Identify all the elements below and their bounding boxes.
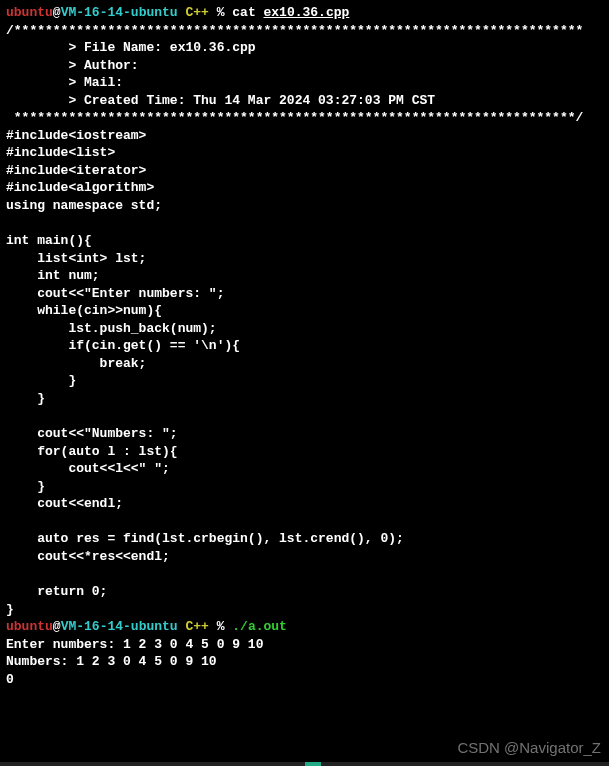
src-blank-3 (6, 408, 603, 426)
src-include-algorithm: #include<algorithm> (6, 179, 603, 197)
src-line: cout<<endl; (6, 495, 603, 513)
src-line: cout<<*res<<endl; (6, 548, 603, 566)
prompt-pct: % (209, 619, 232, 634)
src-border-top: /***************************************… (6, 22, 603, 40)
prompt-pct: % (209, 5, 232, 20)
watermark: CSDN @Navigator_Z (457, 738, 601, 758)
src-line: break; (6, 355, 603, 373)
src-line: } (6, 372, 603, 390)
src-line: if(cin.get() == '\n'){ (6, 337, 603, 355)
src-blank-5 (6, 566, 603, 584)
terminal-output: ubuntu@VM-16-14-ubuntu C++ % cat ex10.36… (6, 4, 603, 688)
src-line: cout<<"Numbers: "; (6, 425, 603, 443)
src-include-iostream: #include<iostream> (6, 127, 603, 145)
src-using: using namespace std; (6, 197, 603, 215)
src-line: int num; (6, 267, 603, 285)
prompt-at: @ (53, 619, 61, 634)
cmd-arg-filename: ex10.36.cpp (264, 5, 350, 20)
src-include-list: #include<list> (6, 144, 603, 162)
prompt-user: ubuntu (6, 619, 53, 634)
src-line: auto res = find(lst.crbegin(), lst.crend… (6, 530, 603, 548)
prompt-dir: C++ (178, 5, 209, 20)
prompt-host: VM-16-14-ubuntu (61, 619, 178, 634)
src-line: return 0; (6, 583, 603, 601)
output-result: 0 (6, 671, 603, 689)
src-line: } (6, 478, 603, 496)
src-line: } (6, 601, 603, 619)
prompt-user: ubuntu (6, 5, 53, 20)
output-numbers: Numbers: 1 2 3 0 4 5 0 9 10 (6, 653, 603, 671)
src-line: } (6, 390, 603, 408)
src-main-decl: int main(){ (6, 232, 603, 250)
cmd-cat: cat (232, 5, 263, 20)
src-meta-mail: > Mail: (6, 74, 603, 92)
src-include-iterator: #include<iterator> (6, 162, 603, 180)
src-line: list<int> lst; (6, 250, 603, 268)
src-line: while(cin>>num){ (6, 302, 603, 320)
src-line: cout<<"Enter numbers: "; (6, 285, 603, 303)
cursor-indicator (305, 762, 321, 766)
prompt-host: VM-16-14-ubuntu (61, 5, 178, 20)
prompt-dir: C++ (178, 619, 209, 634)
src-line: lst.push_back(num); (6, 320, 603, 338)
prompt-line-1[interactable]: ubuntu@VM-16-14-ubuntu C++ % cat ex10.36… (6, 4, 603, 22)
prompt-at: @ (53, 5, 61, 20)
src-meta-author: > Author: (6, 57, 603, 75)
src-blank-4 (6, 513, 603, 531)
output-enter-numbers: Enter numbers: 1 2 3 0 4 5 0 9 10 (6, 636, 603, 654)
src-meta-created: > Created Time: Thu 14 Mar 2024 03:27:03… (6, 92, 603, 110)
src-line: for(auto l : lst){ (6, 443, 603, 461)
src-line: cout<<l<<" "; (6, 460, 603, 478)
cmd-run: ./a.out (232, 619, 287, 634)
src-border-bottom: ****************************************… (6, 109, 603, 127)
prompt-line-2[interactable]: ubuntu@VM-16-14-ubuntu C++ % ./a.out (6, 618, 603, 636)
src-meta-filename: > File Name: ex10.36.cpp (6, 39, 603, 57)
src-blank-2 (6, 215, 603, 233)
